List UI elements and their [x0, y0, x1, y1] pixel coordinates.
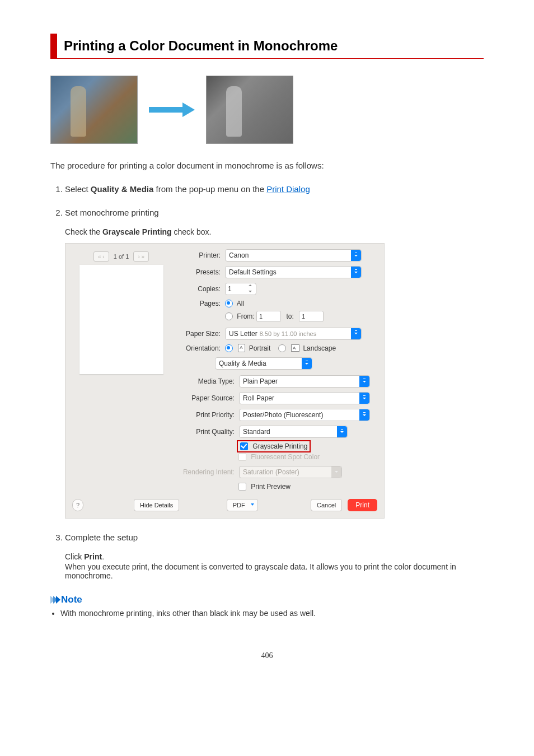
pages-from-label: From: [237, 312, 254, 320]
copies-value: 1 [228, 285, 232, 293]
chevron-down-icon [351, 328, 361, 339]
print-button[interactable]: Print [348, 499, 377, 511]
sample-color-image [50, 76, 138, 144]
fluorescent-checkbox [238, 453, 246, 461]
rendering-intent-label: Rendering Intent: [176, 468, 239, 476]
step1-text-b: from the pop-up menu on the [153, 184, 266, 194]
presets-label: Presets: [176, 268, 225, 276]
step1-bold: Quality & Media [91, 184, 154, 194]
grayscale-highlight: Grayscale Printing [238, 442, 309, 451]
title-bar: Printing a Color Document in Monochrome [50, 34, 484, 59]
rendering-intent-value: Saturation (Poster) [243, 468, 299, 476]
pdf-button[interactable]: PDF [227, 499, 258, 511]
preview-sheet [79, 265, 163, 374]
step-1: Select Quality & Media from the pop-up m… [65, 184, 484, 194]
chevron-down-icon [302, 358, 312, 369]
print-priority-label: Print Priority: [176, 411, 239, 419]
paper-source-value: Roll Paper [243, 394, 274, 402]
paper-size-select[interactable]: US Letter 8.50 by 11.00 inches [225, 328, 362, 340]
media-type-label: Media Type: [176, 377, 239, 385]
hero-images [50, 76, 484, 144]
orientation-label: Orientation: [176, 344, 225, 352]
chevron-down-icon [331, 466, 341, 478]
note-chevron-icon [50, 596, 59, 604]
note-head-text: Note [61, 594, 82, 605]
page-number: 406 [50, 651, 484, 660]
paper-source-label: Paper Source: [176, 394, 239, 402]
orientation-landscape-label: Landscape [303, 344, 336, 352]
paper-source-select[interactable]: Roll Paper [239, 392, 370, 404]
print-preview-label: Print Preview [251, 483, 291, 491]
help-button[interactable]: ? [72, 499, 83, 511]
pages-to-input[interactable]: 1 [299, 311, 324, 322]
print-preview-checkbox[interactable] [238, 483, 246, 491]
print-quality-select[interactable]: Standard [239, 426, 348, 438]
chevron-down-icon [351, 250, 361, 261]
page-first-button[interactable]: « ‹ [93, 251, 109, 262]
step1-text-a: Select [65, 184, 91, 194]
pages-to-label: to: [286, 312, 293, 320]
grayscale-label: Grayscale Printing [252, 442, 307, 450]
print-quality-label: Print Quality: [176, 428, 239, 436]
step2-sub-bold: Grayscale Printing [102, 227, 172, 236]
step3-sub2: When you execute print, the document is … [65, 562, 484, 580]
note-heading: Note [50, 594, 484, 605]
presets-select[interactable]: Default Settings [225, 266, 362, 278]
chevron-down-icon [359, 409, 369, 421]
fluorescent-label: Fluorescent Spot Color [251, 453, 320, 461]
paper-size-label: Paper Size: [176, 330, 225, 338]
print-priority-value: Poster/Photo (Fluorescent) [243, 411, 323, 419]
cancel-button[interactable]: Cancel [311, 499, 342, 511]
landscape-icon [291, 344, 299, 352]
step3-head: Complete the setup [65, 533, 138, 542]
step3-sub-a: Click [65, 552, 84, 561]
copies-stepper[interactable]: 1 [225, 283, 256, 295]
orientation-portrait-radio[interactable] [225, 344, 233, 352]
intro-text: The procedure for printing a color docum… [50, 161, 484, 170]
pages-all-label: All [237, 300, 244, 307]
note-item: With monochrome printing, inks other tha… [60, 609, 484, 618]
paper-size-value: US Letter [229, 330, 257, 338]
rendering-intent-select: Saturation (Poster) [239, 466, 342, 478]
presets-value: Default Settings [229, 268, 277, 276]
step2-sub-b: check box. [172, 227, 212, 236]
orientation-landscape-radio[interactable] [278, 344, 286, 352]
chevron-down-icon [359, 376, 369, 387]
print-quality-value: Standard [243, 428, 270, 436]
printer-select[interactable]: Canon [225, 249, 362, 262]
step-3: Complete the setup Click Print. When you… [65, 533, 484, 580]
paper-size-sub: 8.50 by 11.00 inches [260, 330, 317, 337]
step2-sub-a: Check the [65, 227, 102, 236]
section-value: Quality & Media [219, 360, 266, 367]
copies-label: Copies: [176, 285, 225, 293]
printer-label: Printer: [176, 251, 225, 259]
step-2: Set monochrome printing Check the Graysc… [65, 208, 484, 519]
pages-from-radio[interactable] [225, 312, 233, 320]
chevron-down-icon [351, 267, 361, 278]
pages-label: Pages: [176, 300, 225, 307]
print-dialog-link[interactable]: Print Dialog [266, 184, 310, 194]
print-priority-select[interactable]: Poster/Photo (Fluorescent) [239, 409, 370, 421]
print-dialog: « ‹ 1 of 1 › » Printer: Canon [65, 243, 385, 519]
page-next-button[interactable]: › » [133, 251, 149, 262]
pages-all-radio[interactable] [225, 300, 233, 307]
page-title: Printing a Color Document in Monochrome [64, 38, 484, 54]
page-count: 1 of 1 [114, 253, 129, 260]
media-type-value: Plain Paper [243, 377, 278, 385]
portrait-icon [238, 344, 245, 352]
grayscale-checkbox[interactable] [240, 442, 248, 450]
chevron-down-icon [337, 426, 347, 437]
sample-mono-image [206, 76, 293, 144]
orientation-portrait-label: Portrait [249, 344, 271, 352]
arrow-icon [149, 102, 195, 117]
svg-marker-0 [149, 102, 195, 117]
step2-head: Set monochrome printing [65, 208, 159, 217]
hide-details-button[interactable]: Hide Details [134, 499, 179, 511]
media-type-select[interactable]: Plain Paper [239, 375, 370, 388]
chevron-down-icon [359, 393, 369, 404]
step3-sub-bold: Print [84, 552, 102, 561]
printer-value: Canon [229, 251, 249, 259]
step3-sub-b: . [102, 552, 104, 561]
section-select[interactable]: Quality & Media [215, 357, 312, 370]
pages-from-input[interactable]: 1 [256, 311, 281, 322]
